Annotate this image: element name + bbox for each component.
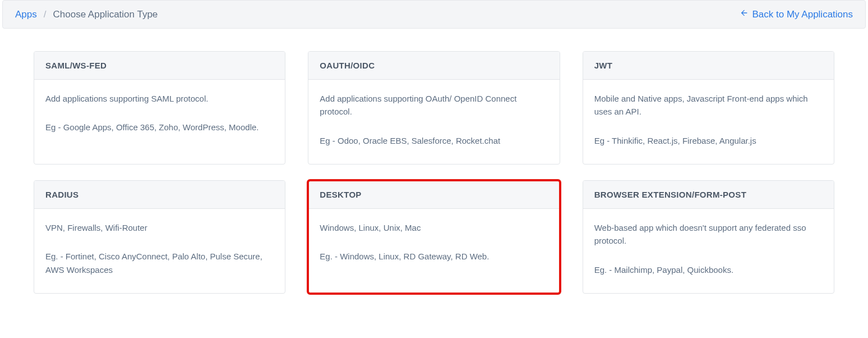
card-example: Eg. - Mailchimp, Paypal, Quickbooks. xyxy=(594,263,823,276)
card-body: Add applications supporting SAML protoco… xyxy=(34,80,285,164)
app-type-card[interactable]: RADIUSVPN, Firewalls, Wifi-RouterEg. - F… xyxy=(34,180,285,294)
card-example: Eg. - Fortinet, Cisco AnyConnect, Palo A… xyxy=(45,250,274,276)
card-body: Windows, Linux, Unix, MacEg. - Windows, … xyxy=(308,209,559,293)
arrow-left-icon xyxy=(740,8,749,20)
app-type-card[interactable]: DESKTOPWindows, Linux, Unix, MacEg. - Wi… xyxy=(308,180,560,294)
app-type-card[interactable]: OAUTH/OIDCAdd applications supporting OA… xyxy=(308,51,560,165)
card-description: Mobile and Native apps, Javascript Front… xyxy=(594,92,823,118)
card-description: Add applications supporting SAML protoco… xyxy=(45,92,274,105)
content-area: SAML/WS-FEDAdd applications supporting S… xyxy=(0,29,868,305)
app-type-card[interactable]: JWTMobile and Native apps, Javascript Fr… xyxy=(583,51,834,165)
card-description: Web-based app which doesn't support any … xyxy=(594,221,823,248)
card-example: Eg. - Windows, Linux, RD Gateway, RD Web… xyxy=(320,250,548,263)
card-body: VPN, Firewalls, Wifi-RouterEg. - Fortine… xyxy=(34,209,285,293)
breadcrumb-separator: / xyxy=(44,9,47,20)
app-type-grid: SAML/WS-FEDAdd applications supporting S… xyxy=(34,51,834,294)
card-title: RADIUS xyxy=(34,181,285,209)
back-to-applications-link[interactable]: Back to My Applications xyxy=(740,8,853,20)
breadcrumb-current: Choose Application Type xyxy=(53,9,158,20)
header-bar: Apps / Choose Application Type Back to M… xyxy=(2,0,866,29)
card-title: SAML/WS-FED xyxy=(34,52,285,80)
card-body: Add applications supporting OAuth/ OpenI… xyxy=(308,80,559,164)
card-description: Add applications supporting OAuth/ OpenI… xyxy=(320,92,548,118)
app-type-card[interactable]: SAML/WS-FEDAdd applications supporting S… xyxy=(34,51,285,165)
card-description: VPN, Firewalls, Wifi-Router xyxy=(45,221,274,234)
card-title: JWT xyxy=(583,52,834,80)
card-title: OAUTH/OIDC xyxy=(308,52,559,80)
card-description: Windows, Linux, Unix, Mac xyxy=(320,221,548,234)
card-body: Web-based app which doesn't support any … xyxy=(583,209,834,293)
card-title: BROWSER EXTENSION/FORM-POST xyxy=(583,181,834,209)
card-example: Eg - Thinkific, React.js, Firebase, Angu… xyxy=(594,134,823,147)
card-example: Eg - Odoo, Oracle EBS, Salesforce, Rocke… xyxy=(320,134,548,147)
card-title: DESKTOP xyxy=(308,181,559,209)
back-link-label: Back to My Applications xyxy=(752,9,853,20)
card-body: Mobile and Native apps, Javascript Front… xyxy=(583,80,834,164)
app-type-card[interactable]: BROWSER EXTENSION/FORM-POSTWeb-based app… xyxy=(583,180,834,294)
breadcrumb-root-link[interactable]: Apps xyxy=(15,9,37,20)
breadcrumb: Apps / Choose Application Type xyxy=(15,9,158,20)
card-example: Eg - Google Apps, Office 365, Zoho, Word… xyxy=(45,121,274,134)
